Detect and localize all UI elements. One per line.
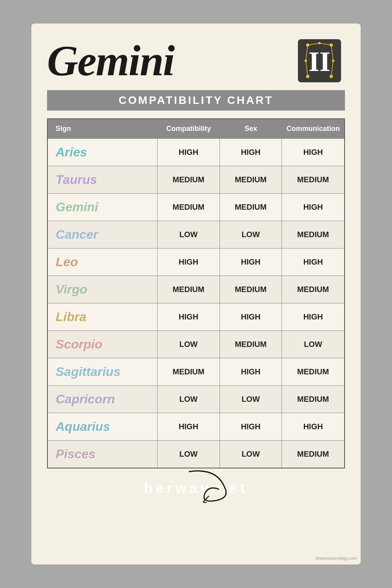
table-row: Aries HIGH HIGH HIGH bbox=[48, 138, 344, 166]
communication-cell-taurus: MEDIUM bbox=[282, 166, 344, 193]
table-row: Scorpio LOW MEDIUM LOW bbox=[48, 330, 344, 358]
compatibility-cell-libra: HIGH bbox=[158, 303, 220, 330]
sex-cell-aries: HIGH bbox=[220, 139, 282, 166]
sex-cell-taurus: MEDIUM bbox=[220, 166, 282, 193]
table-header: Sign Compatibility Sex Communication bbox=[48, 119, 344, 138]
communication-cell-gemini: HIGH bbox=[282, 194, 344, 221]
sign-cell-gemini: Gemini bbox=[48, 194, 158, 221]
table-row: Sagittarius MEDIUM HIGH MEDIUM bbox=[48, 358, 344, 385]
table-row: Leo HIGH HIGH HIGH bbox=[48, 248, 344, 276]
communication-cell-libra: HIGH bbox=[282, 303, 344, 330]
sign-cell-sagittarius: Sagittarius bbox=[48, 358, 158, 385]
footer-bottom: herway.net bbox=[144, 480, 248, 497]
table-body: Aries HIGH HIGH HIGH Taurus MEDIUM MEDIU… bbox=[48, 138, 344, 468]
compatibility-cell-taurus: MEDIUM bbox=[158, 166, 220, 193]
sex-cell-libra: HIGH bbox=[220, 303, 282, 330]
table-row: Virgo MEDIUM MEDIUM MEDIUM bbox=[48, 276, 344, 303]
footer: herway.net dreamsastrology.com bbox=[144, 480, 248, 497]
sex-cell-leo: HIGH bbox=[220, 249, 282, 276]
compatibility-cell-gemini: MEDIUM bbox=[158, 194, 220, 221]
table-row: Cancer LOW LOW MEDIUM bbox=[48, 221, 344, 248]
header-compatibility: Compatibility bbox=[158, 119, 220, 138]
header-sex: Sex bbox=[220, 119, 282, 138]
sex-cell-virgo: MEDIUM bbox=[220, 276, 282, 303]
table-row: Aquarius HIGH HIGH HIGH bbox=[48, 413, 344, 440]
sign-cell-virgo: Virgo bbox=[48, 276, 158, 303]
table-row: Libra HIGH HIGH HIGH bbox=[48, 303, 344, 330]
header: Gemini II bbox=[47, 35, 345, 86]
compatibility-table: Sign Compatibility Sex Communication Ari… bbox=[47, 118, 345, 468]
header-communication: Communication bbox=[282, 119, 344, 138]
svg-line-16 bbox=[203, 502, 207, 503]
compatibility-cell-sagittarius: MEDIUM bbox=[158, 358, 220, 385]
communication-cell-pisces: MEDIUM bbox=[282, 441, 344, 468]
compatibility-cell-scorpio: LOW bbox=[158, 331, 220, 358]
sign-cell-aquarius: Aquarius bbox=[48, 413, 158, 440]
sex-cell-capricorn: LOW bbox=[220, 386, 282, 413]
subtitle-banner: COMPATIBILITY CHART bbox=[47, 90, 345, 111]
sign-cell-scorpio: Scorpio bbox=[48, 331, 158, 358]
communication-cell-virgo: MEDIUM bbox=[282, 276, 344, 303]
sign-cell-libra: Libra bbox=[48, 303, 158, 330]
compatibility-cell-pisces: LOW bbox=[158, 441, 220, 468]
sex-cell-aquarius: HIGH bbox=[220, 413, 282, 440]
header-sign: Sign bbox=[48, 119, 158, 138]
table-row: Taurus MEDIUM MEDIUM MEDIUM bbox=[48, 166, 344, 193]
table-row: Gemini MEDIUM MEDIUM HIGH bbox=[48, 193, 344, 221]
sign-cell-taurus: Taurus bbox=[48, 166, 158, 193]
sex-cell-sagittarius: HIGH bbox=[220, 358, 282, 385]
sign-cell-leo: Leo bbox=[48, 249, 158, 276]
compatibility-cell-capricorn: LOW bbox=[158, 386, 220, 413]
compatibility-cell-aquarius: HIGH bbox=[158, 413, 220, 440]
sign-cell-aries: Aries bbox=[48, 139, 158, 166]
compatibility-cell-cancer: LOW bbox=[158, 221, 220, 248]
svg-text:II: II bbox=[309, 46, 330, 77]
compatibility-cell-leo: HIGH bbox=[158, 249, 220, 276]
communication-cell-capricorn: MEDIUM bbox=[282, 386, 344, 413]
sign-cell-pisces: Pisces bbox=[48, 441, 158, 468]
sex-cell-scorpio: MEDIUM bbox=[220, 331, 282, 358]
communication-cell-cancer: MEDIUM bbox=[282, 221, 344, 248]
sex-cell-pisces: LOW bbox=[220, 441, 282, 468]
communication-cell-aries: HIGH bbox=[282, 139, 344, 166]
communication-cell-aquarius: HIGH bbox=[282, 413, 344, 440]
compatibility-cell-virgo: MEDIUM bbox=[158, 276, 220, 303]
communication-cell-scorpio: LOW bbox=[282, 331, 344, 358]
swirl-decoration bbox=[185, 468, 232, 505]
page-title: Gemini bbox=[47, 37, 174, 85]
communication-cell-leo: HIGH bbox=[282, 249, 344, 276]
main-card: Gemini II bbox=[31, 24, 361, 564]
gemini-symbol-icon: II bbox=[294, 35, 345, 86]
sex-cell-gemini: MEDIUM bbox=[220, 194, 282, 221]
sign-cell-capricorn: Capricorn bbox=[48, 386, 158, 413]
communication-cell-sagittarius: MEDIUM bbox=[282, 358, 344, 385]
attribution: dreamsastrology.com bbox=[316, 556, 357, 561]
compatibility-cell-aries: HIGH bbox=[158, 139, 220, 166]
table-row: Capricorn LOW LOW MEDIUM bbox=[48, 385, 344, 413]
table-row: Pisces LOW LOW MEDIUM bbox=[48, 440, 344, 468]
sign-cell-cancer: Cancer bbox=[48, 221, 158, 248]
sex-cell-cancer: LOW bbox=[220, 221, 282, 248]
